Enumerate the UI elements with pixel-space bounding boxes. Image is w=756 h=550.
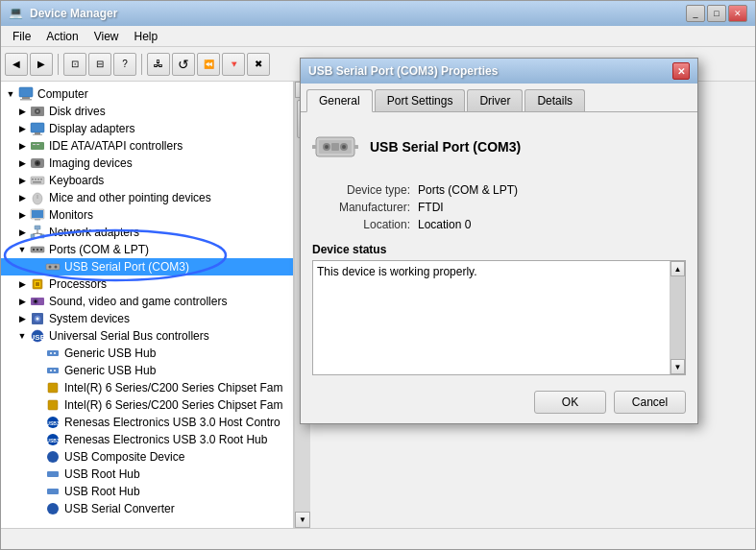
tree-item-mice[interactable]: ▶ Mice and other pointing devices xyxy=(1,189,293,206)
tree-toggle[interactable]: ▼ xyxy=(5,88,16,100)
svg-point-44 xyxy=(35,300,37,303)
tree-toggle[interactable]: ▼ xyxy=(16,244,28,255)
svg-text:USB3: USB3 xyxy=(46,438,60,443)
minimize-button[interactable]: _ xyxy=(686,5,705,22)
menu-view[interactable]: View xyxy=(86,28,127,45)
chip-icon xyxy=(45,397,61,413)
tree-item-keyboard[interactable]: ▶ Keyboards xyxy=(1,172,293,189)
tree-label: Display adapters xyxy=(49,122,134,135)
toolbar-back[interactable]: ◀ xyxy=(5,53,28,76)
tree-toggle[interactable]: ▶ xyxy=(16,296,28,307)
imaging-icon xyxy=(30,155,45,171)
tree-item-usb-root-2[interactable]: USB Root Hub xyxy=(1,483,293,500)
status-scroll-track[interactable] xyxy=(671,276,685,359)
status-scroll-down[interactable]: ▼ xyxy=(671,359,685,374)
tree-toggle[interactable]: ▶ xyxy=(16,227,28,238)
svg-rect-41 xyxy=(36,282,39,286)
tree-toggle[interactable]: ▶ xyxy=(16,106,28,117)
menu-file[interactable]: File xyxy=(5,28,38,45)
device-tree[interactable]: ▼ Computer ▶ Disk drives ▶ Display adapt… xyxy=(1,82,294,528)
toolbar-properties[interactable]: ⊡ xyxy=(63,53,86,76)
tree-label: USB Serial Port (COM3) xyxy=(64,260,189,274)
tree-item-monitors[interactable]: ▶ Monitors xyxy=(1,206,293,224)
toolbar-remove[interactable]: ✖ xyxy=(247,53,270,76)
tree-item-sound[interactable]: ▶ Sound, video and game controllers xyxy=(1,293,293,310)
toolbar-disable[interactable]: 🔻 xyxy=(222,53,245,76)
prop-value-manufacturer: FTDI xyxy=(418,201,444,214)
tree-item-usb-serial-conv[interactable]: USB Serial Converter xyxy=(1,500,293,517)
tree-toggle[interactable]: ▼ xyxy=(16,330,28,342)
tree-toggle[interactable]: ▶ xyxy=(16,278,28,290)
tab-driver[interactable]: Driver xyxy=(467,89,523,111)
close-button[interactable]: ✕ xyxy=(728,5,747,22)
computer-icon xyxy=(18,86,34,102)
tree-label: Generic USB Hub xyxy=(64,347,156,360)
status-scroll-up[interactable]: ▲ xyxy=(671,261,685,276)
tree-item-usb-root-1[interactable]: USB Root Hub xyxy=(1,466,293,483)
tree-toggle[interactable]: ▶ xyxy=(16,123,28,134)
tree-toggle[interactable]: ▶ xyxy=(16,192,28,203)
status-scrollbar[interactable]: ▲ ▼ xyxy=(670,261,685,374)
tab-general[interactable]: General xyxy=(306,89,373,112)
tree-item-intel-1[interactable]: Intel(R) 6 Series/C200 Series Chipset Fa… xyxy=(1,379,293,396)
tree-item-ide[interactable]: ▶ IDE ATA/ATAPI controllers xyxy=(1,137,293,155)
processor-icon xyxy=(30,276,45,292)
prop-key-manufacturer: Manufacturer: xyxy=(312,201,418,214)
toolbar-forward[interactable]: ▶ xyxy=(30,53,53,76)
svg-point-65 xyxy=(47,503,59,514)
svg-rect-10 xyxy=(33,144,36,145)
svg-rect-50 xyxy=(47,350,59,356)
tree-item-imaging[interactable]: ▶ Imaging devices xyxy=(1,155,293,172)
prop-value-location: Location 0 xyxy=(418,218,471,231)
tab-port-settings[interactable]: Port Settings xyxy=(375,89,466,111)
scroll-down-btn[interactable]: ▼ xyxy=(295,512,310,528)
tree-item-network[interactable]: ▶ Network adapters xyxy=(1,224,293,241)
tree-item-disk[interactable]: ▶ Disk drives xyxy=(1,103,293,120)
device-status-box: This device is working properly. ▲ ▼ xyxy=(312,260,686,375)
tree-item-display[interactable]: ▶ Display adapters xyxy=(1,120,293,137)
toolbar-help[interactable]: ? xyxy=(113,53,136,76)
tree-toggle[interactable]: ▶ xyxy=(16,209,28,221)
window-icon: 💻 xyxy=(9,6,24,21)
tab-details[interactable]: Details xyxy=(524,89,585,111)
tree-label: Universal Serial Bus controllers xyxy=(49,329,209,343)
tree-item-usb-composite[interactable]: USB Composite Device xyxy=(1,448,293,466)
tree-item-ports[interactable]: ▼ Ports (COM & LPT) xyxy=(1,241,293,258)
tree-item-renesas-1[interactable]: USB3 Renesas Electronics USB 3.0 Host Co… xyxy=(1,414,293,431)
tree-item-computer[interactable]: ▼ Computer xyxy=(1,85,293,103)
title-bar: 💻 Device Manager _ □ ✕ xyxy=(1,1,755,26)
tree-label: Keyboards xyxy=(49,174,104,187)
menu-help[interactable]: Help xyxy=(127,28,166,45)
tree-toggle[interactable]: ▶ xyxy=(16,313,28,324)
toolbar-rollback[interactable]: ⏪ xyxy=(197,53,220,76)
tree-item-usb-serial[interactable]: USB Serial Port (COM3) xyxy=(1,258,293,275)
svg-rect-74 xyxy=(312,145,316,149)
tree-item-usb-controllers[interactable]: ▼ USB Universal Serial Bus controllers xyxy=(1,327,293,345)
tree-item-processors[interactable]: ▶ Processors xyxy=(1,275,293,293)
cancel-button[interactable]: Cancel xyxy=(614,391,686,414)
toolbar-update[interactable]: ↺ xyxy=(172,53,195,76)
tree-label: Intel(R) 6 Series/C200 Series Chipset Fa… xyxy=(64,381,282,395)
usb3-icon: USB3 xyxy=(45,415,61,430)
menu-action[interactable]: Action xyxy=(38,28,85,45)
disk-icon xyxy=(30,104,45,119)
dialog-close-button[interactable]: ✕ xyxy=(672,62,690,80)
maximize-button[interactable]: □ xyxy=(707,5,726,22)
toolbar-scan[interactable]: 🖧 xyxy=(147,53,170,76)
ok-button[interactable]: OK xyxy=(534,391,606,414)
tree-item-generic-hub-1[interactable]: Generic USB Hub xyxy=(1,345,293,362)
tree-toggle[interactable]: ▶ xyxy=(16,157,28,169)
tree-toggle[interactable]: ▶ xyxy=(16,140,28,152)
tree-label: USB Composite Device xyxy=(64,450,184,464)
svg-rect-8 xyxy=(33,134,42,135)
title-bar-left: 💻 Device Manager xyxy=(9,6,117,21)
tree-item-renesas-2[interactable]: USB3 Renesas Electronics USB 3.0 Root Hu… xyxy=(1,431,293,448)
tree-toggle[interactable]: ▶ xyxy=(16,175,28,186)
tree-item-intel-2[interactable]: Intel(R) 6 Series/C200 Series Chipset Fa… xyxy=(1,396,293,414)
prop-value-type: Ports (COM & LPT) xyxy=(418,183,518,197)
toolbar-uninstall[interactable]: ⊟ xyxy=(88,53,111,76)
tree-item-system[interactable]: ▶ System devices xyxy=(1,310,293,327)
svg-line-31 xyxy=(37,233,42,234)
tree-item-generic-hub-2[interactable]: Generic USB Hub xyxy=(1,362,293,379)
tree-label: Generic USB Hub xyxy=(64,364,156,377)
